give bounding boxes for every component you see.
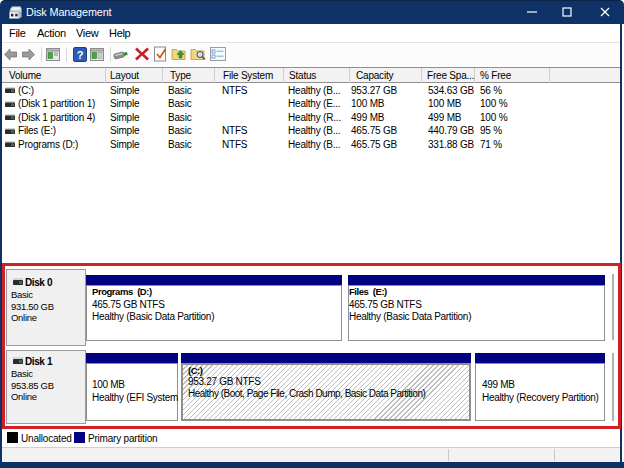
svg-text:?: ? (77, 49, 84, 61)
